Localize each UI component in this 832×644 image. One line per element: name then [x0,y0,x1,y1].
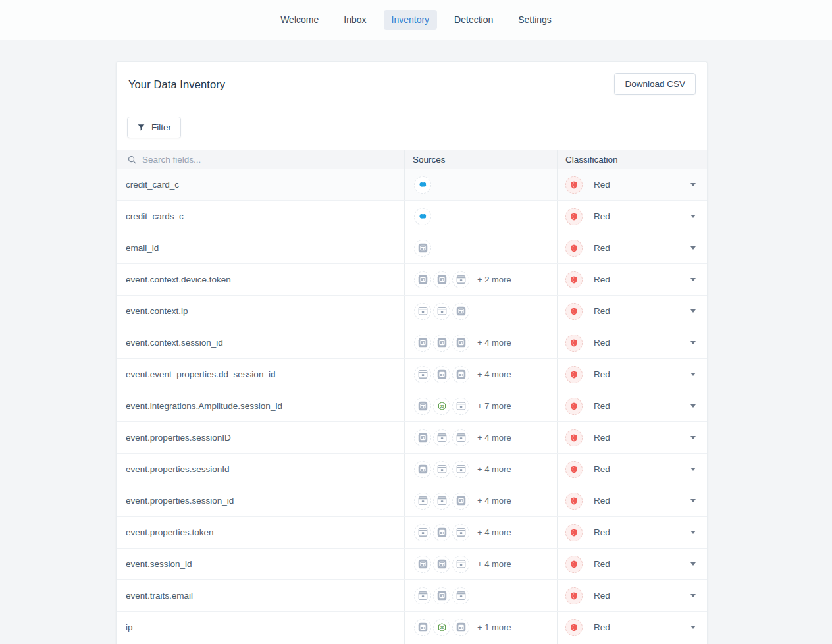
table-row[interactable]: credit_card_c Red [117,169,707,201]
table-row[interactable]: credit_cards_c Red [117,201,707,232]
table-row[interactable]: event.session_id + 4 more Red [117,549,707,580]
app-window-icon [433,366,450,383]
download-csv-button[interactable]: Download CSV [614,73,696,95]
classification-cell: Red [557,485,708,516]
sources-cell [404,232,557,263]
shield-icon [565,271,583,288]
table-row[interactable]: email_id Red [117,232,707,264]
filter-button-label: Filter [151,122,171,132]
table-row[interactable]: event.context.ip Red [117,296,707,327]
shield-icon [565,335,583,352]
chevron-down-icon [690,215,696,218]
more-sources-label: + 7 more [477,401,511,411]
classification-cell: Red [557,454,708,485]
classification-select[interactable]: Red [565,201,708,232]
classification-select[interactable]: Red [565,359,708,390]
browser-window-icon [452,461,469,478]
field-name: event.context.ip [117,296,404,327]
sources-cell [404,296,557,327]
sources-cell [404,201,557,232]
classification-select[interactable]: Red [565,517,708,548]
more-sources-label: + 2 more [477,275,511,284]
column-header-sources: Sources [404,150,557,169]
classification-select[interactable]: Red [565,169,708,200]
nodejs-icon: JS [433,619,450,636]
column-header-classification: Classification [557,150,708,169]
classification-select[interactable]: Red [565,327,708,358]
table-row[interactable]: event.integrations.Amplitude.session_id … [117,390,707,422]
table-row[interactable]: event.traits.email Red [117,580,707,612]
table-row[interactable]: event.event_properties.dd_session_id + 4… [117,359,707,390]
field-name: credit_card_c [117,169,404,200]
classification-label: Red [594,211,610,221]
classification-select[interactable]: Red [565,264,708,295]
classification-select[interactable]: Red [565,485,708,516]
classification-label: Red [594,591,610,601]
sources-cell: + 2 more [404,264,557,295]
sources-cell: + 4 more [404,485,557,516]
chevron-down-icon [690,309,696,313]
classification-cell: Red [557,327,708,358]
chevron-down-icon [690,626,696,629]
classification-select[interactable]: Red [565,612,708,643]
shield-icon [565,587,583,604]
app-window-icon [433,335,450,352]
field-name: event.properties.token [117,517,404,548]
table-row[interactable]: event.properties.sessionID + 4 more Red [117,422,707,454]
classification-select[interactable]: Red [565,232,708,263]
more-sources-label: + 4 more [477,559,511,569]
more-sources-label: + 4 more [477,433,511,443]
table-row[interactable]: ip JS + 1 more Red [117,612,707,643]
page-title: Your Data Inventory [128,78,695,91]
svg-text:JS: JS [440,404,444,408]
field-name: email_id [117,232,404,263]
app-window-icon [414,619,431,636]
classification-cell: Red [557,517,708,548]
sources-cell: + 4 more [404,454,557,485]
classification-cell: Red [557,201,708,232]
app-window-icon [452,493,469,510]
table-row[interactable]: event.context.device.token + 2 more Red [117,264,707,296]
shield-icon [565,556,583,573]
nav-item-welcome[interactable]: Welcome [273,10,326,30]
nav-item-inbox[interactable]: Inbox [336,10,374,30]
shield-icon [565,524,583,541]
sources-cell: JS + 7 more [404,390,557,421]
nav-item-settings[interactable]: Settings [510,10,559,30]
sources-cell: + 4 more [404,359,557,390]
classification-label: Red [594,275,610,284]
app-window-icon [433,556,450,573]
table-row[interactable]: event.properties.sessionId + 4 more Red [117,454,707,485]
search-icon [127,155,137,165]
more-sources-label: + 1 more [477,622,511,632]
filter-button[interactable]: Filter [127,117,181,138]
table-row[interactable]: event.context.session_id + 4 more Red [117,327,707,359]
field-name: credit_cards_c [117,201,404,232]
classification-cell: Red [557,232,708,263]
field-name: event.session_id [117,549,404,579]
classification-select[interactable]: Red [565,549,708,579]
table-header: Sources Classification [117,150,707,169]
inventory-card: Your Data Inventory Download CSV Filter … [116,61,708,644]
shield-icon [565,619,583,636]
classification-select[interactable]: Red [565,390,708,421]
classification-select[interactable]: Red [565,580,708,611]
shield-icon [565,240,583,257]
field-name: event.event_properties.dd_session_id [117,359,404,390]
nav-item-inventory[interactable]: Inventory [384,10,438,30]
app-window-icon [414,271,431,288]
search-input[interactable] [142,155,366,165]
table-row[interactable]: event.properties.session_id + 4 more Red [117,485,707,517]
classification-label: Red [594,369,610,379]
classification-cell: Red [557,549,708,579]
classification-select[interactable]: Red [565,454,708,485]
classification-select[interactable]: Red [565,296,708,327]
app-window-icon [433,271,450,288]
nav-item-detection[interactable]: Detection [446,10,501,30]
classification-label: Red [594,559,610,569]
table-row[interactable]: event.properties.token + 4 more Red [117,517,707,549]
search-field-container [117,150,404,169]
classification-label: Red [594,306,610,316]
salesforce-icon [414,208,431,225]
classification-select[interactable]: Red [565,422,708,453]
